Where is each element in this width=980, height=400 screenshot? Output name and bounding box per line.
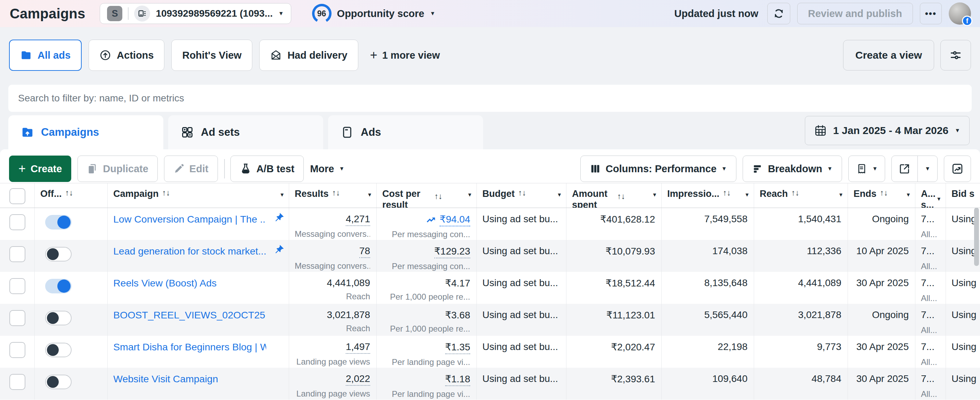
breakdown-button[interactable]: Breakdown ▼ <box>743 156 842 182</box>
view-chip-rohits-view[interactable]: Rohit's View <box>171 40 252 71</box>
campaign-link[interactable]: Lead generation for stock market... <box>113 246 266 257</box>
header-results[interactable]: Results↑↓ ▼ <box>289 183 377 208</box>
search-input[interactable] <box>18 93 962 104</box>
impressions-value: 109,640 <box>667 373 748 384</box>
cost-per-result-value[interactable]: ₹1.35 <box>382 341 470 354</box>
row-checkbox[interactable] <box>10 278 25 294</box>
view-chip-had-delivery[interactable]: Had delivery <box>259 40 358 71</box>
results-value[interactable]: 1,497 <box>295 341 370 354</box>
campaign-link[interactable]: Website Visit Campaign <box>113 373 218 385</box>
tab-label: Ads <box>361 126 381 138</box>
header-campaign[interactable]: Campaign↑↓ ▼ <box>108 183 289 208</box>
row-checkbox[interactable] <box>10 374 25 390</box>
campaign-toggle[interactable] <box>45 215 72 230</box>
campaign-toggle[interactable] <box>45 343 72 357</box>
chevron-down-icon: ▼ <box>557 192 562 198</box>
create-a-view-button[interactable]: Create a view <box>843 40 934 70</box>
vertical-scrollbar-thumb[interactable] <box>974 208 979 266</box>
copy-icon <box>87 163 98 174</box>
row-checkbox[interactable] <box>10 246 25 262</box>
date-range-selector[interactable]: 1 Jan 2025 - 4 Mar 2026 ▼ <box>805 116 970 145</box>
results-value[interactable]: 4,441,089 <box>295 278 370 289</box>
chevron-down-icon: ▼ <box>872 166 878 171</box>
table-row: Smart Disha for Beginners Blog | We... 1… <box>0 336 980 368</box>
results-indicator: Messaging convers... <box>295 229 370 239</box>
header-amount-spent[interactable]: Amount spent↑↓ ▼ <box>566 183 662 208</box>
campaign-link[interactable]: Reels View (Boost) Ads <box>113 278 216 289</box>
export-options[interactable]: ▼ <box>918 156 937 182</box>
view-chip-all-ads[interactable]: All ads <box>9 40 82 71</box>
results-value[interactable]: 78 <box>295 246 370 258</box>
campaign-link[interactable]: Low Conversion Campaign | The ... <box>113 214 266 225</box>
export-action[interactable] <box>892 156 918 182</box>
view-settings-button[interactable] <box>940 40 971 70</box>
row-checkbox[interactable] <box>10 214 25 230</box>
export-button[interactable]: ▼ <box>891 156 938 182</box>
header-ends[interactable]: Ends↑↓ ▼ <box>848 183 915 208</box>
duplicate-label: Duplicate <box>103 163 148 175</box>
row-checkbox[interactable] <box>10 310 25 326</box>
header-bid-strategy[interactable]: Bid s <box>946 183 980 208</box>
trends-chart-icon <box>951 162 964 175</box>
table-toolbar: + Create Duplicate Edit A/B test More ▼ … <box>0 156 980 182</box>
edit-button[interactable]: Edit <box>164 156 218 182</box>
toggle-knob <box>47 376 59 388</box>
review-and-publish-button[interactable]: Review and publish <box>797 3 913 24</box>
ab-test-button[interactable]: A/B test <box>231 156 304 182</box>
more-options-button[interactable]: ••• <box>920 3 942 24</box>
view-chip-actions[interactable]: Actions <box>89 40 164 71</box>
sort-icon: ↑↓ <box>880 188 888 198</box>
refresh-button[interactable] <box>767 3 790 24</box>
sort-icon: ↑↓ <box>518 188 526 198</box>
chevron-down-icon: ▼ <box>955 128 960 133</box>
plus-icon: + <box>370 48 377 62</box>
campaign-toggle[interactable] <box>45 311 72 325</box>
campaign-link[interactable]: BOOST_REEL_VIEWS_02OCT25 <box>113 310 265 321</box>
ad-account-selector[interactable]: S 109392989569221 (1093... ▼ <box>100 3 291 24</box>
results-value[interactable]: 2,022 <box>295 373 370 386</box>
header-cost-per-result[interactable]: Cost per result↑↓ ▼ <box>377 183 477 208</box>
more-view-button[interactable]: + 1 more view <box>370 48 440 62</box>
create-button[interactable]: + Create <box>9 156 71 182</box>
columns-button[interactable]: Columns: Performance ▼ <box>581 156 737 182</box>
tab-ad-sets[interactable]: Ad sets <box>168 115 323 149</box>
reports-icon <box>856 163 867 175</box>
row-checkbox[interactable] <box>10 342 25 358</box>
toggle-knob <box>47 248 59 260</box>
tab-ads[interactable]: Ads <box>328 115 483 149</box>
more-button[interactable]: More ▼ <box>304 156 351 182</box>
cost-per-result-value[interactable]: ₹4.17 <box>382 278 470 289</box>
tab-campaigns[interactable]: Campaigns <box>8 115 163 149</box>
table-row: Lead generation for stock market... 78 M… <box>0 240 980 272</box>
attribution-value: 7... <box>921 214 940 225</box>
avatar[interactable]: f <box>949 2 971 25</box>
ab-test-label: A/B test <box>256 163 295 175</box>
view-charts-button[interactable] <box>944 156 971 182</box>
budget-value: Using ad set bu... <box>482 246 560 257</box>
campaign-toggle[interactable] <box>45 247 72 262</box>
chevron-down-icon: ▼ <box>430 11 436 16</box>
cost-per-result-value[interactable]: ₹1.18 <box>382 373 470 386</box>
select-all-checkbox[interactable] <box>10 188 25 204</box>
level-tabs: Campaigns Ad sets Ads <box>8 115 483 149</box>
header-impressions[interactable]: Impressio...↑↓ ▼ <box>662 183 754 208</box>
cost-per-result-value[interactable]: ₹129.23 <box>382 246 470 258</box>
campaign-toggle[interactable] <box>45 279 72 294</box>
header-budget[interactable]: Budget↑↓ ▼ <box>477 183 566 208</box>
cost-per-result-value[interactable]: ₹3.68 <box>382 310 470 321</box>
reports-button[interactable]: ▼ <box>848 156 885 182</box>
results-value[interactable]: 3,021,878 <box>295 310 370 321</box>
cost-per-result-value[interactable]: ₹94.04 <box>382 214 470 226</box>
duplicate-button[interactable]: Duplicate <box>78 156 158 182</box>
boost-arrow-icon <box>99 49 111 61</box>
campaign-link[interactable]: Smart Disha for Beginners Blog | We... <box>113 341 266 353</box>
header-off[interactable]: Off...↑↓ <box>35 183 108 208</box>
cost-indicator: Per 1,000 people re... <box>382 324 470 334</box>
opportunity-score[interactable]: 96 Opportunity score ▼ <box>312 4 436 23</box>
header-attribution-setting[interactable]: A... s... ▼ <box>915 183 946 208</box>
results-value[interactable]: 4,271 <box>295 214 370 226</box>
campaign-toggle[interactable] <box>45 375 72 389</box>
more-view-label: 1 more view <box>382 50 440 61</box>
updated-status: Updated just now <box>674 8 758 19</box>
header-reach[interactable]: Reach↑↓ ▼ <box>754 183 848 208</box>
